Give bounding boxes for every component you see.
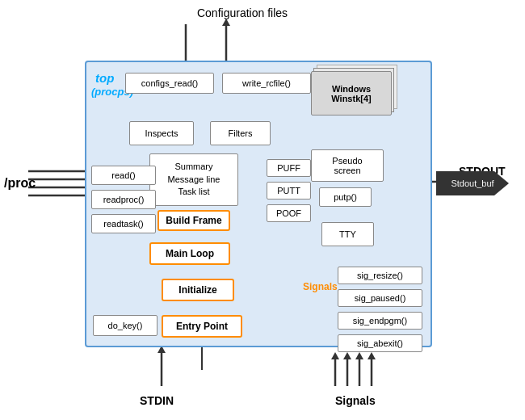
top-label: top bbox=[95, 71, 114, 85]
sig-abexit-box: sig_abexit() bbox=[338, 334, 422, 352]
build-frame-box: Build Frame bbox=[158, 210, 230, 231]
read-box: read() bbox=[91, 166, 156, 185]
putt-box: PUTT bbox=[267, 182, 311, 200]
main-loop-box: Main Loop bbox=[149, 242, 230, 265]
inspects-box: Inspects bbox=[129, 121, 194, 145]
windows-box: WindowsWinstk[4] bbox=[311, 71, 392, 116]
signals-inside-label: Signals bbox=[303, 281, 338, 292]
dokey-box: do_key() bbox=[93, 315, 158, 336]
svg-marker-17 bbox=[331, 352, 339, 359]
configs-read-box: configs_read() bbox=[125, 73, 214, 94]
write-rcfile-box: write_rcfile() bbox=[222, 73, 311, 94]
signals-bottom-label: Signals bbox=[335, 394, 376, 407]
config-files-label: Configuration files bbox=[153, 6, 331, 19]
sig-resize-box: sig_resize() bbox=[338, 267, 422, 284]
svg-marker-21 bbox=[355, 352, 363, 359]
poof-box: POOF bbox=[267, 204, 311, 222]
pseudo-box: Pseudo screen bbox=[311, 149, 384, 182]
filters-box: Filters bbox=[210, 121, 271, 145]
initialize-box: Initialize bbox=[162, 279, 234, 301]
tty-box: TTY bbox=[321, 222, 374, 246]
sig-paused-box: sig_paused() bbox=[338, 289, 422, 307]
diagram-container: Configuration files bbox=[0, 0, 525, 420]
svg-marker-23 bbox=[368, 352, 376, 359]
svg-marker-19 bbox=[343, 352, 351, 359]
readproc-box: readproc() bbox=[91, 190, 156, 209]
putp-box: putp() bbox=[319, 187, 372, 207]
stdin-label: STDIN bbox=[140, 394, 174, 407]
summary-box: Summary Message line Task list bbox=[149, 153, 238, 206]
proc-label: /proc bbox=[4, 176, 36, 191]
puff-box: PUFF bbox=[267, 159, 311, 177]
stdout-buf: Stdout_buf bbox=[436, 171, 509, 195]
readtask-box: readtask() bbox=[91, 214, 156, 233]
svg-marker-3 bbox=[222, 19, 230, 26]
sig-endpgm-box: sig_endpgm() bbox=[338, 312, 422, 330]
entry-point-box: Entry Point bbox=[162, 315, 242, 338]
